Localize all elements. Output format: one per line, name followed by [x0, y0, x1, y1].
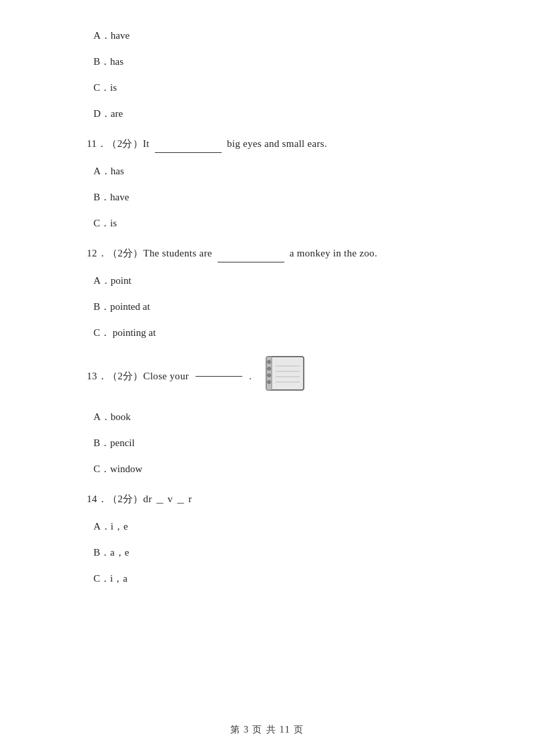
q14-option-a: A．i，e [87, 518, 467, 536]
page: A．have B．has C．is D．are 11．（2分）It big ey… [0, 0, 534, 756]
q13-option-a: A．book [87, 408, 467, 426]
q13-blank [196, 376, 242, 377]
svg-point-4 [268, 367, 271, 371]
q12-option-c: C． pointing at [87, 324, 467, 342]
option-a-have: A．have [87, 27, 467, 45]
option-d-are: D．are [87, 105, 467, 123]
question-11-text: 11．（2分）It big eyes and small ears. [87, 135, 467, 153]
q11-option-a: A．has [87, 162, 467, 180]
notebook-image [261, 354, 309, 399]
option-c-is: C．is [87, 79, 467, 97]
q14-option-b: B．a，e [87, 544, 467, 562]
q12-option-a: A．point [87, 272, 467, 290]
notebook-svg [261, 354, 309, 393]
question-13: 13．（2分）Close your . [87, 354, 467, 478]
q11-blank [155, 152, 222, 153]
svg-point-6 [268, 381, 271, 384]
question-11: 11．（2分）It big eyes and small ears. A．has… [87, 135, 467, 232]
question-12: 12．（2分）The students are a monkey in the … [87, 244, 467, 342]
question-14-text: 14．（2分）dr ＿ v ＿ r [87, 490, 467, 508]
svg-point-5 [268, 374, 271, 377]
q11-option-c: C．is [87, 214, 467, 232]
q13-option-c: C．window [87, 460, 467, 478]
svg-point-3 [268, 361, 271, 364]
prev-question-options: A．have B．has C．is D．are [87, 27, 467, 123]
q12-blank [218, 262, 284, 262]
q11-option-b: B．have [87, 188, 467, 206]
q13-option-b: B．pencil [87, 434, 467, 452]
page-footer: 第 3 页 共 11 页 [0, 724, 534, 736]
question-12-text: 12．（2分）The students are a monkey in the … [87, 244, 467, 262]
option-b-has: B．has [87, 53, 467, 71]
q12-option-b: B．pointed at [87, 298, 467, 316]
question-13-text: 13．（2分）Close your . [87, 354, 467, 399]
q14-option-c: C．i，a [87, 570, 467, 588]
question-14: 14．（2分）dr ＿ v ＿ r A．i，e B．a，e C．i，a [87, 490, 467, 588]
